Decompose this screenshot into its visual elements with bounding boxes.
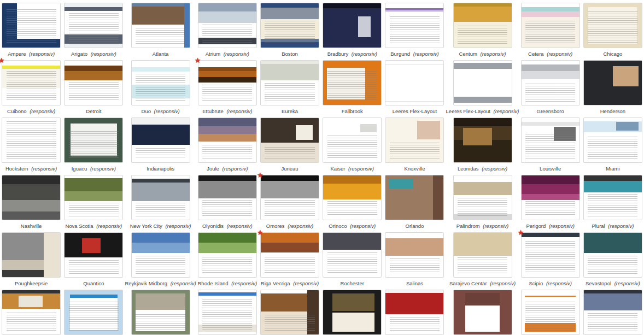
template-card[interactable]: ★ Detroit bbox=[62, 60, 125, 117]
template-card[interactable]: ★ Perigord (responsiv) bbox=[519, 175, 582, 232]
template-card[interactable]: ★ New York City (responsiv) bbox=[125, 175, 196, 232]
template-card[interactable]: ★ Arigato (responsiv) bbox=[62, 3, 125, 60]
template-thumbnail[interactable] bbox=[385, 232, 444, 278]
template-card[interactable]: ★ Salinas bbox=[383, 232, 446, 290]
template-card[interactable]: ★ Henderson bbox=[582, 60, 644, 117]
template-thumbnail[interactable] bbox=[131, 290, 190, 335]
template-card[interactable]: ★ Rochester bbox=[321, 232, 383, 290]
template-card[interactable]: ★ Olyonidis (responsiv) bbox=[196, 175, 259, 232]
template-thumbnail[interactable] bbox=[131, 3, 190, 48]
template-thumbnail[interactable] bbox=[521, 290, 580, 335]
template-thumbnail[interactable] bbox=[198, 3, 257, 48]
template-thumbnail[interactable] bbox=[453, 290, 512, 335]
template-thumbnail[interactable] bbox=[323, 117, 382, 163]
template-card[interactable]: ★ Knoxville bbox=[383, 117, 446, 175]
template-card[interactable]: ★ Nashville bbox=[0, 175, 62, 232]
template-card[interactable]: ★ Nova Scotia (responsiv) bbox=[62, 175, 125, 232]
template-thumbnail[interactable] bbox=[64, 232, 123, 278]
template-card[interactable]: ★ Leeres Flex-Layout (responsiv) bbox=[446, 60, 519, 117]
template-thumbnail[interactable] bbox=[521, 3, 580, 48]
template-thumbnail[interactable] bbox=[521, 117, 580, 163]
template-card[interactable]: ★ bbox=[125, 290, 196, 335]
template-thumbnail[interactable] bbox=[198, 175, 257, 220]
template-thumbnail[interactable] bbox=[385, 3, 444, 48]
template-card[interactable]: ★ Boston bbox=[259, 3, 321, 60]
template-card[interactable]: ★ Juneau bbox=[259, 117, 321, 175]
template-card[interactable]: ★ Indianapolis bbox=[125, 117, 196, 175]
template-thumbnail[interactable] bbox=[385, 60, 444, 105]
template-thumbnail[interactable] bbox=[131, 60, 190, 105]
template-thumbnail[interactable] bbox=[260, 290, 319, 335]
template-thumbnail[interactable] bbox=[260, 232, 319, 278]
template-thumbnail[interactable] bbox=[131, 232, 190, 278]
template-card[interactable]: ★ Ampere (responsiv) bbox=[0, 3, 62, 60]
template-card[interactable]: ★ Atlanta bbox=[125, 3, 196, 60]
template-card[interactable]: ★ Atrium (responsiv) bbox=[196, 3, 259, 60]
template-thumbnail[interactable] bbox=[453, 3, 512, 48]
template-thumbnail[interactable] bbox=[323, 175, 382, 220]
template-thumbnail[interactable] bbox=[260, 117, 319, 163]
template-thumbnail[interactable] bbox=[521, 175, 580, 220]
template-thumbnail[interactable] bbox=[2, 232, 61, 278]
template-card[interactable]: ★ Reykjavik Midborg (responsiv) bbox=[125, 232, 196, 290]
template-thumbnail[interactable] bbox=[260, 60, 319, 105]
template-card[interactable]: ★ bbox=[259, 290, 321, 335]
template-thumbnail[interactable] bbox=[323, 290, 382, 335]
template-thumbnail[interactable] bbox=[453, 117, 512, 163]
template-thumbnail[interactable] bbox=[64, 290, 123, 335]
template-card[interactable]: ★ Louisville bbox=[519, 117, 582, 175]
template-thumbnail[interactable] bbox=[2, 60, 61, 105]
template-thumbnail[interactable] bbox=[131, 117, 190, 163]
template-thumbnail[interactable] bbox=[2, 117, 61, 163]
template-card[interactable]: ★ Orinoco (responsiv) bbox=[321, 175, 383, 232]
template-card[interactable]: ★ Plural (responsiv) bbox=[582, 175, 644, 232]
template-thumbnail[interactable] bbox=[521, 232, 580, 278]
template-card[interactable]: ★ Burgund (responsiv) bbox=[383, 3, 446, 60]
template-card[interactable]: ★ Scipio (responsiv) bbox=[519, 232, 582, 290]
template-thumbnail[interactable] bbox=[260, 175, 319, 220]
template-thumbnail[interactable] bbox=[385, 290, 444, 335]
template-thumbnail[interactable] bbox=[323, 3, 382, 48]
template-card[interactable]: ★ bbox=[383, 290, 446, 335]
template-card[interactable]: ★ Duo (responsiv) bbox=[125, 60, 196, 117]
template-card[interactable]: ★ Iguacu (responsiv) bbox=[62, 117, 125, 175]
template-thumbnail[interactable] bbox=[2, 290, 61, 335]
template-thumbnail[interactable] bbox=[64, 60, 123, 105]
template-card[interactable]: ★ Eureka bbox=[259, 60, 321, 117]
template-card[interactable]: ★ Greensboro bbox=[519, 60, 582, 117]
template-card[interactable]: ★ Centum (responsiv) bbox=[446, 3, 519, 60]
template-card[interactable]: ★ bbox=[0, 290, 62, 335]
template-card[interactable]: ★ bbox=[582, 290, 644, 335]
template-card[interactable]: ★ Fallbrook bbox=[321, 60, 383, 117]
template-card[interactable]: ★ Leonidas (responsiv) bbox=[446, 117, 519, 175]
template-thumbnail[interactable] bbox=[453, 175, 512, 220]
template-thumbnail[interactable] bbox=[453, 232, 512, 278]
template-card[interactable]: ★ Sarajevo Centar (responsiv) bbox=[446, 232, 519, 290]
template-card[interactable]: ★ Kaiser (responsiv) bbox=[321, 117, 383, 175]
template-card[interactable]: ★ Cuibono (responsiv) bbox=[0, 60, 62, 117]
template-card[interactable]: ★ Palindrom (responsiv) bbox=[446, 175, 519, 232]
template-thumbnail[interactable] bbox=[198, 232, 257, 278]
template-card[interactable]: ★ Miami bbox=[582, 117, 644, 175]
template-card[interactable]: ★ Omores (responsiv) bbox=[259, 175, 321, 232]
template-card[interactable]: ★ Quantico bbox=[62, 232, 125, 290]
template-thumbnail[interactable] bbox=[198, 60, 257, 105]
template-thumbnail[interactable] bbox=[198, 290, 257, 335]
template-thumbnail[interactable] bbox=[198, 117, 257, 163]
template-card[interactable]: ★ bbox=[321, 290, 383, 335]
template-card[interactable]: ★ Orlando bbox=[383, 175, 446, 232]
template-thumbnail[interactable] bbox=[260, 3, 319, 48]
template-card[interactable]: ★ Riga Vecriga (responsiv) bbox=[259, 232, 321, 290]
template-card[interactable]: ★ Bradbury (responsiv) bbox=[321, 3, 383, 60]
template-card[interactable]: ★ bbox=[446, 290, 519, 335]
template-card[interactable]: ★ Ettubrute (responsiv) bbox=[196, 60, 259, 117]
template-thumbnail[interactable] bbox=[385, 117, 444, 163]
template-thumbnail[interactable] bbox=[453, 60, 512, 105]
template-thumbnail[interactable] bbox=[583, 175, 642, 220]
template-thumbnail[interactable] bbox=[64, 175, 123, 220]
template-card[interactable]: ★ bbox=[519, 290, 582, 335]
template-card[interactable]: ★ Poughkeepsie bbox=[0, 232, 62, 290]
template-card[interactable]: ★ Cetera (responsiv) bbox=[519, 3, 582, 60]
template-card[interactable]: ★ bbox=[62, 290, 125, 335]
template-thumbnail[interactable] bbox=[323, 60, 382, 105]
